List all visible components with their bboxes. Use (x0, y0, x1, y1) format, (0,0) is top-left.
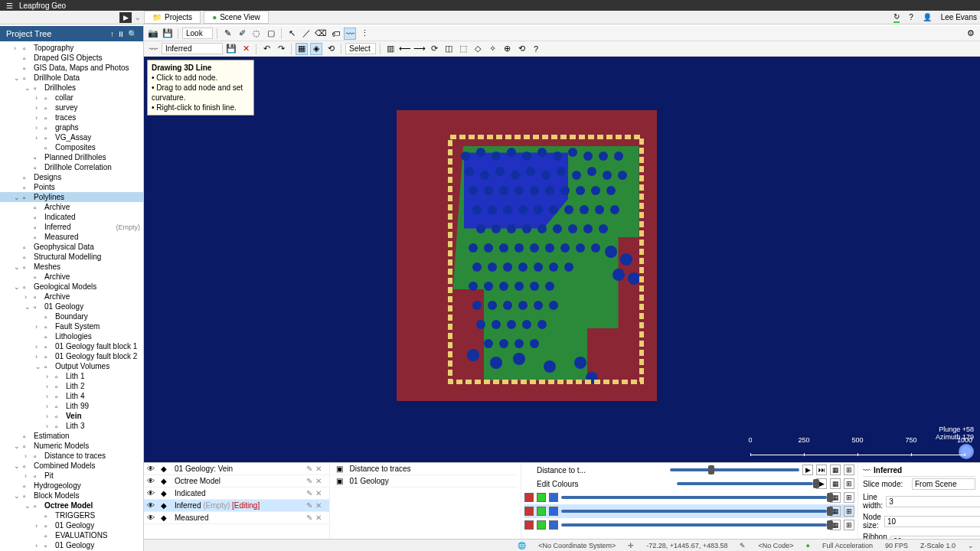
visibility-toggle[interactable]: 👁 (147, 477, 158, 485)
scene-layer-row[interactable]: 👁◆Octree Model✎✕ (144, 475, 329, 487)
edit-icon[interactable]: ✎ (306, 489, 312, 497)
more-icon[interactable]: ⋮ (358, 28, 371, 40)
tree-item[interactable]: ›▫Archive (0, 292, 143, 302)
swatch-green-2[interactable] (537, 493, 546, 502)
settings-icon[interactable]: ⚙ (965, 28, 977, 40)
tree-item[interactable]: ▫Indicated (0, 212, 143, 222)
draw-tool-icon[interactable]: ✎ (221, 28, 234, 40)
tree-item[interactable]: ⌄▫Drillholes (0, 83, 143, 93)
scene-layer-list[interactable]: 👁◆01 Geology: Vein✎✕👁◆Octree Model✎✕👁◆In… (144, 463, 329, 539)
mode2-icon[interactable]: ◈ (310, 43, 322, 55)
t8-icon[interactable]: ✧ (486, 43, 498, 55)
t1-icon[interactable]: ▥ (384, 43, 397, 55)
tree-item[interactable]: ⌄▫Polylines (0, 192, 143, 202)
t10-icon[interactable]: ⟲ (515, 43, 528, 55)
tree-item[interactable]: ›▫Lith 3 (0, 421, 143, 431)
slice-mode-select[interactable]: From Scene (912, 478, 975, 490)
tree-item[interactable]: ▫GIS Data, Maps and Photos (0, 63, 143, 73)
redo-icon[interactable]: ↷ (275, 43, 287, 55)
tree-item[interactable]: ⌄▫Combined Models (0, 461, 143, 471)
tree-item[interactable]: ▫Lithologies (0, 331, 143, 341)
tree-item[interactable]: ▫Planned Drillholes (0, 152, 143, 162)
line-width-input[interactable] (886, 496, 980, 507)
tree-item[interactable]: ▫Structural Modelling (0, 252, 143, 262)
node-size-input[interactable] (884, 516, 980, 527)
select-dropdown[interactable]: Select (345, 43, 376, 54)
tree-item[interactable]: ›▫Lith 1 (0, 371, 143, 381)
tree-item[interactable]: ›▫Pit (0, 471, 143, 481)
tree-item[interactable]: ›▫01 Geology (0, 520, 143, 530)
tree-item[interactable]: ▫Boundary (0, 311, 143, 321)
t9-icon[interactable]: ⊕ (501, 43, 513, 55)
visibility-toggle[interactable]: 👁 (147, 514, 158, 522)
opacity-slider-2[interactable] (561, 496, 827, 499)
tree-item[interactable]: ›▫Lith 2 (0, 381, 143, 391)
scene-layer-row[interactable]: 👁◆Indicated✎✕ (144, 487, 329, 500)
pencil-icon[interactable]: ／ (300, 28, 312, 40)
help-icon[interactable]: ? (909, 13, 913, 21)
tree-item[interactable]: ›▫Lith 4 (0, 391, 143, 401)
t6-icon[interactable]: ⬚ (457, 43, 469, 55)
more-btn-2[interactable]: ⊞ (844, 492, 854, 503)
tree-item[interactable]: ▫Points (0, 182, 143, 192)
attribute-row[interactable]: ▣Distance to traces (333, 463, 518, 475)
mode1-icon[interactable]: ▦ (296, 43, 308, 55)
tree-item[interactable]: ⌄▫Drillhole Data (0, 73, 143, 83)
tree-item[interactable]: ›▫Fault System (0, 321, 143, 331)
swatch-blue-4[interactable] (549, 520, 558, 530)
t5-icon[interactable]: ◫ (443, 43, 455, 55)
t2-icon[interactable]: ⟵ (399, 43, 411, 55)
tree-item[interactable]: ▫TRIGGERS (0, 510, 143, 520)
tree-item[interactable]: ›▫Distance to traces (0, 451, 143, 461)
remove-layer-icon[interactable]: ✕ (315, 501, 326, 510)
look-dropdown[interactable]: Look (182, 28, 213, 39)
tree-item[interactable]: ▫Geophysical Data (0, 242, 143, 252)
tree-item[interactable]: ›▫traces (0, 112, 143, 122)
swatch-green-4[interactable] (537, 520, 546, 530)
tag-icon[interactable]: 🏷 (329, 28, 341, 40)
tree-item[interactable]: ›▫01 Geology (0, 540, 143, 550)
tab-projects[interactable]: 📁 Projects (144, 11, 201, 24)
box-icon[interactable]: ▢ (265, 28, 277, 40)
undo-icon[interactable]: ↶ (260, 43, 273, 55)
draw2-tool-icon[interactable]: ✐ (236, 28, 248, 40)
more-btn-3[interactable]: ⊞ (844, 506, 854, 517)
edit-colours-label[interactable]: Edit Colours (537, 480, 674, 488)
tree-item[interactable]: ▫Archive (0, 272, 143, 282)
lasso-icon[interactable]: ◌ (250, 28, 263, 40)
tree-item[interactable]: ▫Inferred(Empty) (0, 222, 143, 232)
tree-item[interactable]: ⌄▫Geological Models (0, 282, 143, 292)
tree-item[interactable]: ›▫VG_Assay (0, 132, 143, 142)
tree-item[interactable]: ⌄▫Meshes (0, 262, 143, 272)
swatch-red-3[interactable] (524, 507, 534, 516)
scene-viewport[interactable]: Drawing 3D Line • Click to add node. • D… (144, 57, 980, 462)
eraser-icon[interactable]: ⌫ (315, 28, 327, 40)
scene-layer-row[interactable]: 👁◆Measured✎✕ (144, 512, 329, 524)
visibility-toggle[interactable]: 👁 (147, 465, 158, 473)
scene-attribute-list[interactable]: ▣Distance to traces▣01 Geology (329, 463, 521, 539)
tree-item[interactable]: ›▫collar (0, 93, 143, 103)
tree-item[interactable]: ⌄▫Output Volumes (0, 361, 143, 371)
scene-layer-row[interactable]: 👁◆01 Geology: Vein✎✕ (144, 463, 329, 475)
tree-item[interactable]: ▫Drillhole Correlation (0, 162, 143, 172)
edit-icon[interactable]: ✎ (306, 514, 312, 522)
tree-item[interactable]: ›▫01 Geology fault block 1 (0, 341, 143, 351)
tab-dropdown-icon[interactable]: ⌄ (135, 14, 141, 21)
tree-item[interactable]: ›▫Topography (0, 43, 143, 53)
attribute-row[interactable]: ▣01 Geology (333, 475, 518, 487)
remove-layer-icon[interactable]: ✕ (315, 514, 326, 522)
visibility-toggle[interactable]: 👁 (147, 489, 158, 497)
pause-icon[interactable]: ⏸ (117, 30, 125, 38)
tree-item[interactable]: ›▫Vein (0, 411, 143, 421)
tree-item[interactable]: ›▫Lith 99 (0, 401, 143, 411)
skip-btn-0[interactable]: ⏭ (816, 465, 827, 475)
swatch-blue-2[interactable] (549, 493, 558, 502)
opacity-slider-3[interactable] (561, 510, 827, 513)
delete-icon[interactable]: ✕ (240, 43, 252, 55)
polyline-tool-icon[interactable]: 〰 (344, 28, 356, 40)
more-btn-4[interactable]: ⊞ (844, 520, 854, 530)
mode3-icon[interactable]: ⟲ (325, 43, 337, 55)
screenshot-icon[interactable]: 📷 (147, 28, 159, 40)
swatch-red-2[interactable] (524, 493, 534, 502)
more-btn-1[interactable]: ⊞ (844, 478, 854, 489)
